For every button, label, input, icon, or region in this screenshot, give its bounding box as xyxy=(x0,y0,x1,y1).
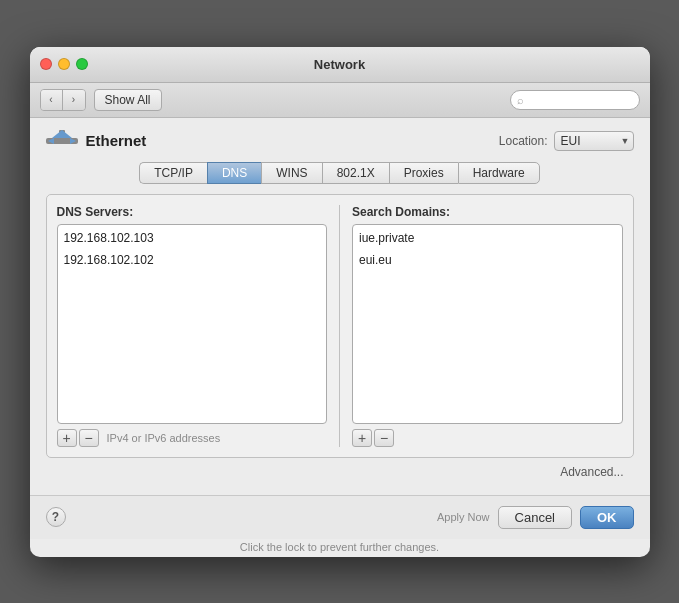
search-icon: ⌕ xyxy=(517,94,524,106)
cancel-button[interactable]: Cancel xyxy=(498,506,572,529)
ok-button[interactable]: OK xyxy=(580,506,634,529)
tab-wins[interactable]: WINS xyxy=(261,162,321,184)
tab-tcpip[interactable]: TCP/IP xyxy=(139,162,207,184)
nav-buttons: ‹ › xyxy=(40,89,86,111)
search-domains-list[interactable]: iue.private eui.eu xyxy=(352,224,623,424)
interface-header: Ethernet Location: EUI ▼ xyxy=(46,130,634,152)
toolbar: ‹ › Show All ⌕ xyxy=(30,83,650,118)
dns-hint: IPv4 or IPv6 addresses xyxy=(107,432,221,444)
minimize-button[interactable] xyxy=(58,58,70,70)
dns-panel-container: DNS Servers: 192.168.102.103 192.168.102… xyxy=(46,194,634,458)
tab-bar: TCP/IP DNS WINS 802.1X Proxies Hardware xyxy=(46,162,634,184)
tab-8021x[interactable]: 802.1X xyxy=(322,162,389,184)
search-domains-controls: + − xyxy=(352,429,623,447)
close-button[interactable] xyxy=(40,58,52,70)
svg-marker-2 xyxy=(52,130,72,138)
traffic-lights xyxy=(40,58,88,70)
tab-proxies[interactable]: Proxies xyxy=(389,162,458,184)
list-item: 192.168.102.103 xyxy=(58,227,327,249)
content-area: Ethernet Location: EUI ▼ TCP/IP DNS WINS… xyxy=(30,118,650,495)
location-bar: Location: EUI ▼ xyxy=(499,131,634,151)
advanced-link[interactable]: Advanced... xyxy=(560,465,623,479)
footer: ? Apply Now Cancel OK xyxy=(30,495,650,539)
add-domain-button[interactable]: + xyxy=(352,429,372,447)
search-input[interactable] xyxy=(510,90,640,110)
title-bar: Network xyxy=(30,47,650,83)
interface-name: Ethernet xyxy=(86,132,147,149)
search-domains-panel: Search Domains: iue.private eui.eu + − xyxy=(352,205,623,447)
list-item: iue.private xyxy=(353,227,622,249)
back-button[interactable]: ‹ xyxy=(41,90,63,110)
search-domains-label: Search Domains: xyxy=(352,205,623,219)
dns-servers-label: DNS Servers: xyxy=(57,205,328,219)
list-item: 192.168.102.102 xyxy=(58,249,327,271)
add-dns-server-button[interactable]: + xyxy=(57,429,77,447)
tab-hardware[interactable]: Hardware xyxy=(458,162,540,184)
location-label: Location: xyxy=(499,134,548,148)
dns-servers-list[interactable]: 192.168.102.103 192.168.102.102 xyxy=(57,224,328,424)
tab-dns[interactable]: DNS xyxy=(207,162,261,184)
forward-button[interactable]: › xyxy=(63,90,85,110)
list-item: eui.eu xyxy=(353,249,622,271)
help-button[interactable]: ? xyxy=(46,507,66,527)
location-select[interactable]: EUI xyxy=(554,131,634,151)
remove-dns-server-button[interactable]: − xyxy=(79,429,99,447)
window-title: Network xyxy=(314,57,365,72)
ethernet-icon xyxy=(46,130,78,152)
bottom-hint: Click the lock to prevent further change… xyxy=(30,539,650,557)
search-box: ⌕ xyxy=(510,90,640,110)
show-all-button[interactable]: Show All xyxy=(94,89,162,111)
network-window: Network ‹ › Show All ⌕ xyxy=(30,47,650,557)
panel-divider xyxy=(339,205,340,447)
dns-servers-controls: + − IPv4 or IPv6 addresses xyxy=(57,429,328,447)
remove-domain-button[interactable]: − xyxy=(374,429,394,447)
dns-servers-panel: DNS Servers: 192.168.102.103 192.168.102… xyxy=(57,205,328,447)
apply-link[interactable]: Apply Now xyxy=(437,511,490,523)
maximize-button[interactable] xyxy=(76,58,88,70)
